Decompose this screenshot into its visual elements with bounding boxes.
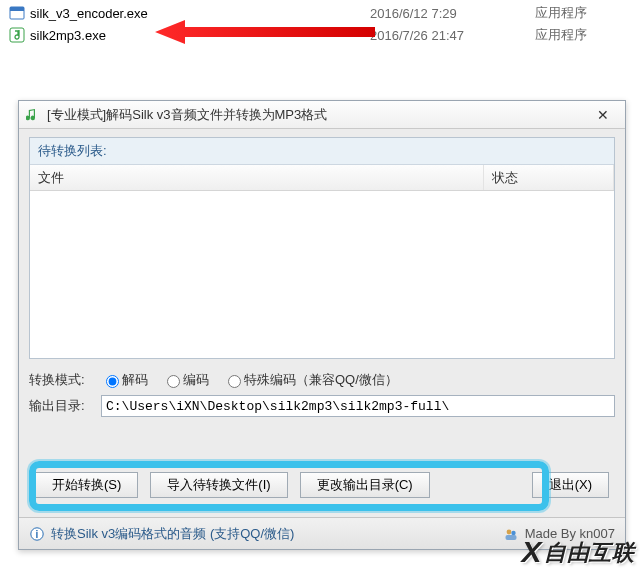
import-files-button[interactable]: 导入待转换文件(I) bbox=[150, 472, 287, 498]
mode-label: 转换模式: bbox=[29, 371, 101, 389]
statusbar: i 转换Silk v3编码格式的音频 (支持QQ/微信) Made By kn0… bbox=[19, 517, 625, 549]
start-convert-button[interactable]: 开始转换(S) bbox=[35, 472, 138, 498]
file-type: 应用程序 bbox=[535, 26, 635, 44]
group-title: 待转换列表: bbox=[30, 138, 614, 165]
column-state[interactable]: 状态 bbox=[484, 165, 614, 190]
titlebar[interactable]: [专业模式]解码Silk v3音频文件并转换为MP3格式 ✕ bbox=[19, 101, 625, 129]
converter-dialog: [专业模式]解码Silk v3音频文件并转换为MP3格式 ✕ 待转换列表: 文件… bbox=[18, 100, 626, 550]
list-body[interactable] bbox=[30, 191, 614, 356]
pending-list-group: 待转换列表: 文件 状态 bbox=[29, 137, 615, 359]
file-list: silk_v3_encoder.exe 2016/6/12 7:29 应用程序 … bbox=[0, 0, 640, 56]
radio-special[interactable]: 特殊编码（兼容QQ/微信） bbox=[223, 371, 398, 389]
music-exe-icon bbox=[8, 26, 26, 44]
file-type: 应用程序 bbox=[535, 4, 635, 22]
file-name: silk2mp3.exe bbox=[30, 28, 370, 43]
svg-text:i: i bbox=[36, 529, 39, 540]
users-icon bbox=[503, 526, 519, 542]
file-name: silk_v3_encoder.exe bbox=[30, 6, 370, 21]
file-date: 2016/6/12 7:29 bbox=[370, 6, 535, 21]
exe-icon bbox=[8, 4, 26, 22]
radio-encode[interactable]: 编码 bbox=[162, 371, 209, 389]
radio-label: 解码 bbox=[122, 371, 148, 389]
file-row[interactable]: silk2mp3.exe 2016/7/26 21:47 应用程序 bbox=[0, 24, 640, 46]
svg-rect-8 bbox=[505, 535, 516, 540]
radio-label: 特殊编码（兼容QQ/微信） bbox=[244, 371, 398, 389]
made-by-text: Made By kn007 bbox=[525, 526, 615, 541]
svg-rect-1 bbox=[10, 7, 24, 11]
radio-decode[interactable]: 解码 bbox=[101, 371, 148, 389]
output-label: 输出目录: bbox=[29, 397, 101, 415]
file-date: 2016/7/26 21:47 bbox=[370, 28, 535, 43]
button-row: 开始转换(S) 导入待转换文件(I) 更改输出目录(C) 退出(X) bbox=[29, 465, 615, 505]
exit-button[interactable]: 退出(X) bbox=[532, 472, 609, 498]
mode-row: 转换模式: 解码 编码 特殊编码（兼容QQ/微信） bbox=[29, 367, 615, 393]
dialog-body: 待转换列表: 文件 状态 转换模式: 解码 编码 特殊编码（兼容QQ/微信） 输… bbox=[19, 129, 625, 515]
radio-label: 编码 bbox=[183, 371, 209, 389]
app-icon bbox=[25, 107, 41, 123]
svg-point-6 bbox=[506, 529, 511, 534]
change-output-dir-button[interactable]: 更改输出目录(C) bbox=[300, 472, 430, 498]
column-file[interactable]: 文件 bbox=[30, 165, 484, 190]
list-header: 文件 状态 bbox=[30, 165, 614, 191]
status-text: 转换Silk v3编码格式的音频 (支持QQ/微信) bbox=[51, 525, 294, 543]
close-button[interactable]: ✕ bbox=[587, 104, 619, 126]
status-right: Made By kn007 bbox=[503, 526, 615, 542]
window-title: [专业模式]解码Silk v3音频文件并转换为MP3格式 bbox=[47, 106, 587, 124]
output-row: 输出目录: bbox=[29, 393, 615, 419]
file-row[interactable]: silk_v3_encoder.exe 2016/6/12 7:29 应用程序 bbox=[0, 2, 640, 24]
options: 转换模式: 解码 编码 特殊编码（兼容QQ/微信） 输出目录: bbox=[29, 367, 615, 419]
info-icon: i bbox=[29, 526, 45, 542]
output-path-input[interactable] bbox=[101, 395, 615, 417]
svg-point-7 bbox=[511, 530, 515, 534]
